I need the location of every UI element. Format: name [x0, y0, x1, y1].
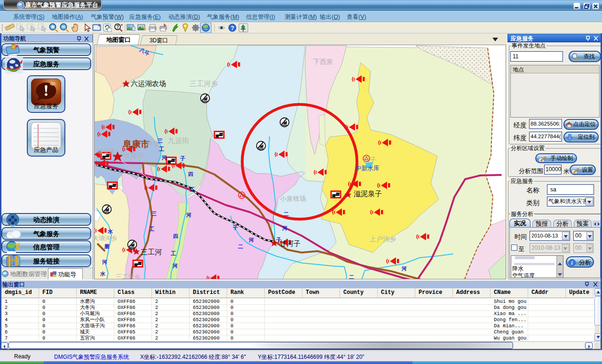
- svg-text:城关镇: 城关镇: [97, 148, 115, 155]
- svg-text:河: 河: [161, 155, 167, 160]
- svg-text:?: ?: [116, 24, 119, 30]
- svg-text:河: 河: [282, 225, 287, 231]
- svg-text:大塘沟乡: 大塘沟乡: [95, 235, 117, 242]
- svg-text:三: 三: [151, 211, 157, 216]
- svg-text:河: 河: [186, 212, 191, 218]
- svg-text:水: 水: [107, 229, 113, 234]
- svg-text:三: 三: [158, 138, 163, 143]
- svg-text:?: ?: [231, 25, 234, 32]
- svg-text:工: 工: [159, 146, 164, 152]
- svg-text:子: 子: [232, 225, 238, 230]
- svg-text:工: 工: [149, 226, 154, 232]
- svg-text:九运街: 九运街: [168, 136, 189, 144]
- svg-text:工: 工: [171, 251, 176, 256]
- svg-text:三工河乡: 三工河乡: [116, 273, 140, 279]
- svg-text:阜康市: 阜康市: [123, 151, 144, 159]
- svg-text:河: 河: [102, 259, 107, 265]
- svg-text:阜康市: 阜康市: [122, 139, 150, 149]
- svg-text:子: 子: [180, 156, 185, 161]
- svg-text:神场: 神场: [146, 140, 159, 147]
- svg-text:上户沟乡: 上户沟乡: [370, 235, 396, 243]
- svg-text:子: 子: [276, 237, 281, 243]
- svg-text:二: 二: [238, 244, 243, 249]
- svg-text:河: 河: [401, 266, 407, 271]
- svg-text:四: 四: [188, 171, 193, 177]
- svg-text:水: 水: [100, 271, 106, 277]
- svg-text:滋泥泉子: 滋泥泉子: [354, 190, 382, 198]
- svg-text:小泉牧场: 小泉牧场: [280, 195, 306, 202]
- svg-text:中新水库: 中新水库: [355, 165, 380, 172]
- svg-text:二: 二: [284, 211, 289, 217]
- svg-text:河: 河: [248, 237, 254, 243]
- svg-text:甘河子: 甘河子: [279, 239, 301, 247]
- svg-text:六运湖农场: 六运湖农场: [131, 79, 166, 87]
- svg-text:下西泉: 下西泉: [313, 58, 333, 65]
- svg-text:四: 四: [173, 233, 178, 239]
- svg-text:泉子: 泉子: [363, 156, 376, 164]
- svg-text:河: 河: [172, 263, 178, 269]
- svg-text:二: 二: [349, 274, 354, 279]
- svg-text:工: 工: [190, 187, 195, 192]
- svg-text:三工河乡: 三工河乡: [190, 79, 218, 87]
- svg-text:磨: 磨: [104, 244, 110, 249]
- svg-text:三工河: 三工河: [141, 248, 162, 256]
